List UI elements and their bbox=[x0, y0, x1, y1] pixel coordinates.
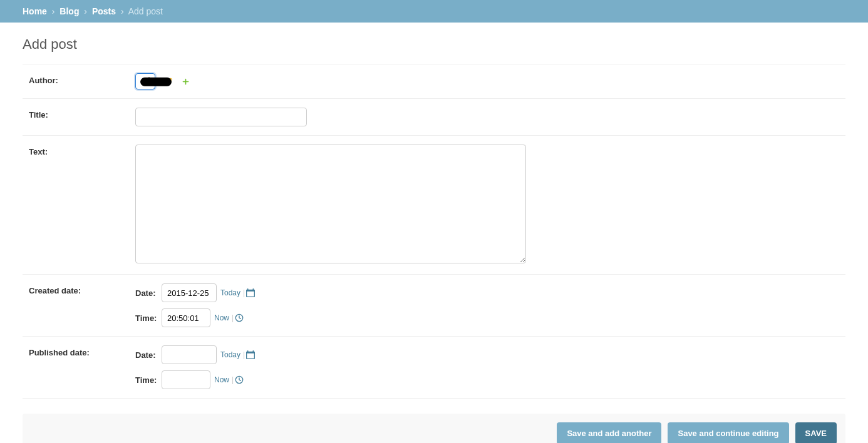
text-textarea[interactable] bbox=[135, 145, 526, 263]
created-date-today-link[interactable]: Today bbox=[220, 288, 240, 297]
published-time-now-link[interactable]: Now bbox=[214, 375, 229, 384]
created-time-now-link[interactable]: Now bbox=[214, 313, 229, 322]
label-time: Time: bbox=[135, 375, 162, 385]
save-add-another-button[interactable]: Save and add another bbox=[557, 422, 661, 443]
author-select[interactable] bbox=[135, 73, 155, 89]
breadcrumb-home[interactable]: Home bbox=[23, 6, 47, 16]
label-time: Time: bbox=[135, 313, 162, 323]
title-input[interactable] bbox=[135, 108, 307, 126]
breadcrumb: Home › Blog › Posts › Add post bbox=[0, 0, 868, 23]
label-text: Text: bbox=[29, 145, 135, 156]
submit-row: Save and add another Save and continue e… bbox=[23, 414, 845, 443]
shortcut-sep: | bbox=[243, 288, 245, 297]
published-date-input[interactable] bbox=[162, 345, 217, 364]
breadcrumb-sep: › bbox=[52, 6, 55, 16]
created-date-input[interactable] bbox=[162, 283, 217, 302]
calendar-icon[interactable] bbox=[246, 350, 255, 359]
row-published-date: Published date: Date: Today | Time: Now … bbox=[23, 337, 845, 399]
row-title: Title: bbox=[23, 99, 845, 136]
row-created-date: Created date: Date: Today | Time: Now | bbox=[23, 275, 845, 337]
page-title: Add post bbox=[23, 36, 845, 53]
clock-icon[interactable] bbox=[235, 313, 244, 322]
published-time-input[interactable] bbox=[162, 370, 210, 389]
created-time-input[interactable] bbox=[162, 308, 210, 327]
label-published-date: Published date: bbox=[29, 345, 135, 357]
shortcut-sep: | bbox=[232, 313, 234, 322]
row-author: Author: bbox=[23, 64, 845, 99]
save-button[interactable]: SAVE bbox=[795, 422, 837, 443]
row-text: Text: bbox=[23, 136, 845, 275]
shortcut-sep: | bbox=[243, 350, 245, 359]
breadcrumb-posts[interactable]: Posts bbox=[92, 6, 116, 16]
breadcrumb-blog[interactable]: Blog bbox=[59, 6, 79, 16]
label-title: Title: bbox=[29, 108, 135, 120]
breadcrumb-current: Add post bbox=[128, 6, 163, 16]
calendar-icon[interactable] bbox=[246, 288, 255, 297]
label-date: Date: bbox=[135, 350, 162, 360]
edit-author-icon[interactable] bbox=[164, 78, 173, 86]
breadcrumb-sep: › bbox=[121, 6, 124, 16]
label-created-date: Created date: bbox=[29, 283, 135, 295]
shortcut-sep: | bbox=[232, 375, 234, 384]
save-continue-button[interactable]: Save and continue editing bbox=[668, 422, 788, 443]
clock-icon[interactable] bbox=[235, 375, 244, 384]
label-author: Author: bbox=[29, 73, 135, 85]
breadcrumb-sep: › bbox=[84, 6, 87, 16]
published-date-today-link[interactable]: Today bbox=[220, 350, 240, 359]
label-date: Date: bbox=[135, 288, 162, 298]
add-author-icon[interactable] bbox=[182, 78, 190, 86]
